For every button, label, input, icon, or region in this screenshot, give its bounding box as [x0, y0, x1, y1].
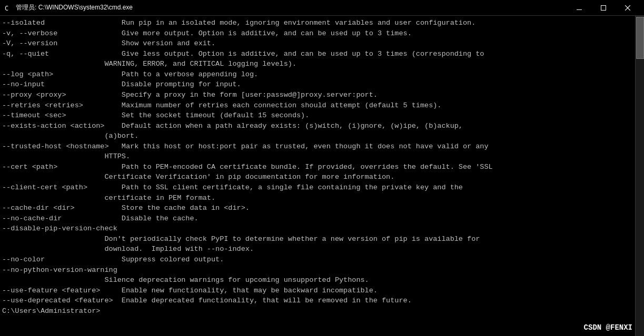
console-output: --isolated Run pip in an isolated mode, … — [0, 16, 635, 336]
close-button[interactable] — [616, 0, 640, 16]
svg-rect-2 — [577, 9, 582, 10]
window-title: 管理员: C:\WINDOWS\system32\cmd.exe — [16, 3, 567, 12]
watermark: CSDN @FENXI — [584, 323, 632, 332]
minimize-button[interactable] — [567, 0, 591, 16]
console-wrapper: --isolated Run pip in an isolated mode, … — [0, 16, 644, 336]
cmd-icon: C — [4, 4, 13, 12]
window-controls — [567, 0, 640, 16]
maximize-button[interactable] — [591, 0, 616, 16]
scrollbar-thumb[interactable] — [636, 17, 644, 59]
svg-rect-3 — [601, 5, 606, 10]
svg-text:C: C — [5, 5, 8, 12]
scrollbar[interactable] — [635, 16, 644, 336]
console-scroll: --isolated Run pip in an isolated mode, … — [0, 16, 635, 336]
title-bar: C 管理员: C:\WINDOWS\system32\cmd.exe — [0, 0, 644, 16]
